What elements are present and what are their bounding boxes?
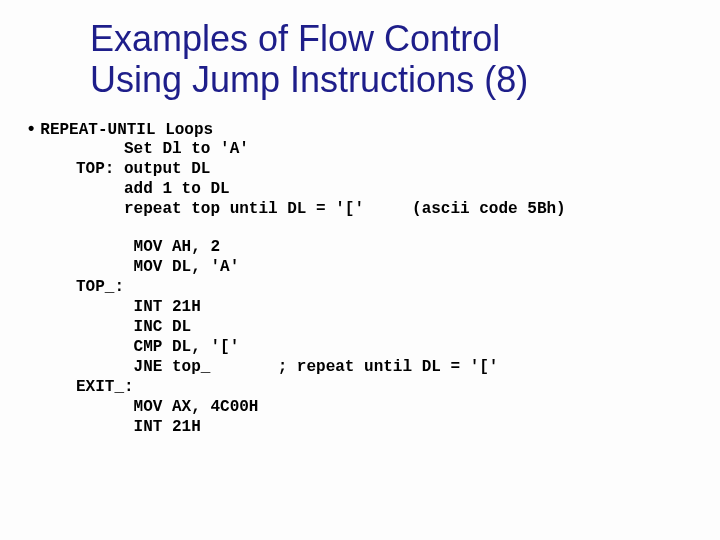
- asm-l9: MOV AX, 4C00H: [76, 398, 258, 416]
- bullet-heading-line: • REPEAT-UNTIL Loops: [28, 119, 700, 139]
- pseudo-l2: TOP: output DL: [76, 160, 210, 178]
- asm-l8: EXIT_:: [76, 378, 134, 396]
- asm-l2: MOV DL, 'A': [76, 258, 239, 276]
- asm-l3: TOP_:: [76, 278, 124, 296]
- title-line-1: Examples of Flow Control: [90, 18, 660, 59]
- asm-l7: JNE top_ ; repeat until DL = '[': [76, 358, 498, 376]
- slide-title: Examples of Flow Control Using Jump Inst…: [0, 0, 720, 119]
- asm-l5: INC DL: [76, 318, 191, 336]
- pseudo-l4: repeat top until DL = '[' (ascii code 5B…: [76, 200, 566, 218]
- title-line-2: Using Jump Instructions (8): [90, 59, 660, 100]
- bullet-heading: REPEAT-UNTIL Loops: [40, 121, 213, 139]
- pseudocode-block: Set Dl to 'A' TOP: output DL add 1 to DL…: [28, 139, 700, 219]
- pseudo-l1: Set Dl to 'A': [76, 140, 249, 158]
- asm-l4: INT 21H: [76, 298, 201, 316]
- slide-body: • REPEAT-UNTIL Loops Set Dl to 'A' TOP: …: [0, 119, 720, 437]
- bullet-icon: •: [28, 119, 40, 137]
- asm-l1: MOV AH, 2: [76, 238, 220, 256]
- asm-l10: INT 21H: [76, 418, 201, 436]
- pseudo-l3: add 1 to DL: [76, 180, 230, 198]
- asm-l6: CMP DL, '[': [76, 338, 239, 356]
- slide: { "title_line1": "Examples of Flow Contr…: [0, 0, 720, 540]
- assembly-block: MOV AH, 2 MOV DL, 'A' TOP_: INT 21H INC …: [28, 237, 700, 437]
